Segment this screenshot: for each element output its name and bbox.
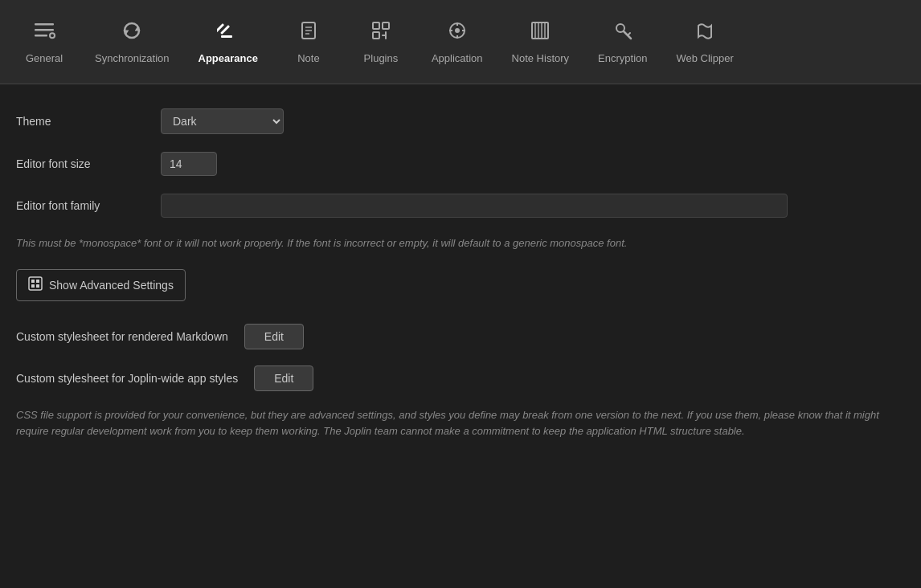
plugins-icon <box>370 19 392 46</box>
nav-label-encryption: Encryption <box>598 52 647 64</box>
font-family-input[interactable] <box>161 194 788 218</box>
encryption-icon <box>612 19 634 46</box>
svg-rect-2 <box>35 35 47 37</box>
svg-rect-4 <box>221 35 232 38</box>
nav-label-note: Note <box>297 52 319 64</box>
custom-app-label: Custom stylesheet for Joplin-wide app st… <box>16 372 238 385</box>
custom-markdown-edit-button[interactable]: Edit <box>244 324 304 349</box>
show-advanced-settings-button[interactable]: Show Advanced Settings <box>16 269 186 301</box>
svg-rect-31 <box>36 280 39 283</box>
svg-rect-13 <box>373 32 379 39</box>
note-history-icon <box>529 19 551 46</box>
nav-label-appearance: Appearance <box>199 52 258 64</box>
svg-rect-1 <box>35 29 54 31</box>
svg-line-27 <box>628 33 630 35</box>
custom-markdown-row: Custom stylesheet for rendered Markdown … <box>16 324 897 349</box>
svg-point-15 <box>455 28 460 33</box>
nav-label-general: General <box>26 52 63 64</box>
svg-rect-30 <box>31 284 35 288</box>
nav-item-note[interactable]: Note <box>272 11 345 72</box>
custom-app-edit-button[interactable]: Edit <box>254 365 313 391</box>
font-hint-text: This must be *monospace* font or it will… <box>16 235 897 251</box>
nav-label-note-history: Note History <box>512 52 570 64</box>
theme-select[interactable]: Dark Light Solarized Dark Solarized Ligh… <box>161 108 284 134</box>
css-hint-text: CSS file support is provided for your co… <box>16 407 897 441</box>
svg-point-3 <box>50 33 55 38</box>
appearance-icon <box>217 19 239 46</box>
nav-label-sync: Synchronization <box>95 52 170 64</box>
theme-row: Theme Dark Light Solarized Dark Solarize… <box>16 108 897 134</box>
sync-icon <box>121 19 143 46</box>
nav-label-web-clipper: Web Clipper <box>676 52 733 64</box>
svg-rect-29 <box>31 280 35 283</box>
nav-item-general[interactable]: General <box>8 11 80 72</box>
web-clipper-icon <box>694 19 716 46</box>
nav-label-application: Application <box>432 52 483 64</box>
note-icon <box>297 19 320 46</box>
theme-label: Theme <box>16 115 161 128</box>
general-icon <box>33 19 55 46</box>
advanced-settings-icon <box>28 276 43 294</box>
font-size-row: Editor font size <box>16 152 897 176</box>
custom-markdown-label: Custom stylesheet for rendered Markdown <box>16 330 228 343</box>
nav-item-appearance[interactable]: Appearance <box>184 11 272 72</box>
font-size-input[interactable] <box>161 152 217 176</box>
svg-rect-0 <box>35 23 54 26</box>
custom-app-row: Custom stylesheet for Joplin-wide app st… <box>16 365 897 391</box>
svg-rect-11 <box>373 22 379 29</box>
nav-bar: General Synchronization Appearance <box>0 0 921 84</box>
application-icon <box>446 19 469 46</box>
font-family-row: Editor font family <box>16 194 897 218</box>
show-advanced-label: Show Advanced Settings <box>49 279 174 292</box>
nav-label-plugins: Plugins <box>364 52 399 64</box>
nav-item-web-clipper[interactable]: Web Clipper <box>661 11 747 72</box>
font-family-label: Editor font family <box>16 199 161 212</box>
svg-rect-32 <box>36 284 39 288</box>
svg-rect-28 <box>29 277 42 290</box>
nav-item-note-history[interactable]: Note History <box>497 11 584 72</box>
main-content: Theme Dark Light Solarized Dark Solarize… <box>0 84 921 464</box>
nav-item-application[interactable]: Application <box>417 11 497 72</box>
nav-item-plugins[interactable]: Plugins <box>345 11 417 72</box>
nav-item-synchronization[interactable]: Synchronization <box>80 11 184 72</box>
svg-rect-20 <box>532 22 548 39</box>
font-size-label: Editor font size <box>16 157 161 170</box>
svg-rect-12 <box>383 22 389 29</box>
nav-item-encryption[interactable]: Encryption <box>583 11 661 72</box>
